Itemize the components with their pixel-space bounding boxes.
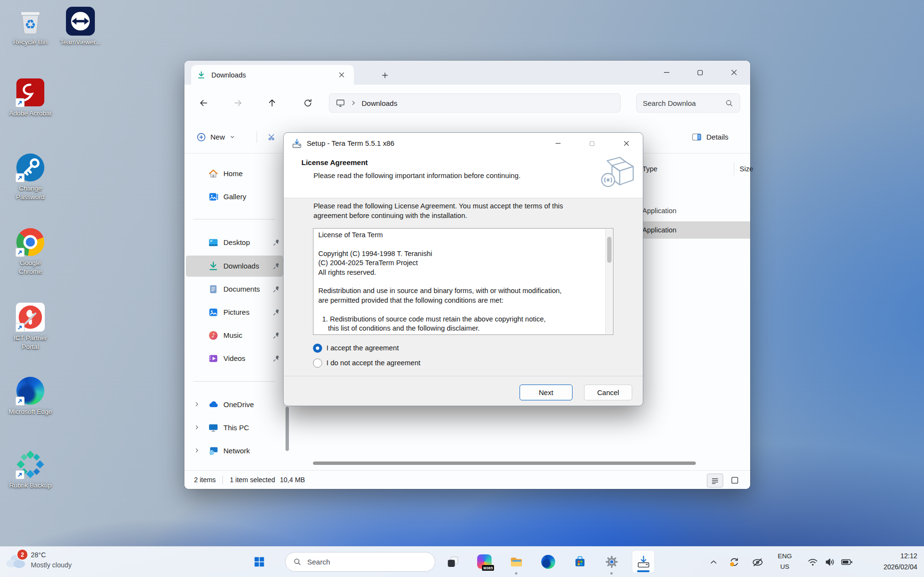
tab-downloads[interactable]: Downloads [191,65,354,85]
forward-icon[interactable] [231,96,245,110]
store-button[interactable] [570,552,589,571]
new-button[interactable]: New [191,128,241,146]
details-pane-button[interactable]: Details [686,128,734,146]
dialog-title: Setup - Tera Term 5.5.1 x86 [307,133,394,154]
license-scrollbar-thumb[interactable] [607,237,612,263]
google-chrome-icon [15,227,46,257]
sidebar-item-gallery[interactable]: Gallery [186,186,283,207]
downloads-icon [208,261,219,271]
this-pc-icon [336,98,345,108]
windows-logo-icon [253,556,265,568]
desktop-icon-adobe-acrobat[interactable]: Adobe Acrobat [4,77,57,118]
sidebar-item-this-pc[interactable]: This PC [186,417,283,438]
sidebar-item-network[interactable]: Network [186,440,283,462]
cancel-button[interactable]: Cancel [584,385,632,400]
sidebar-item-pictures[interactable]: Pictures [186,302,283,323]
wifi-icon[interactable] [805,554,821,570]
window-maximize-button[interactable] [689,61,711,84]
folder-icon [509,555,523,569]
task-view-button[interactable] [443,552,462,571]
desktop-icon-change-password[interactable]: Change Password [4,152,57,201]
cut-button[interactable] [262,128,281,146]
desktop-icon-microsoft-edge[interactable]: Microsoft Edge [4,375,57,416]
next-button[interactable]: Next [520,385,573,400]
chevron-right-icon[interactable] [194,447,200,454]
desktop-icon-label: Rubrik Backup [8,481,52,490]
pin-icon [273,308,280,316]
toolbar-divider [257,131,257,143]
copilot-m365-button[interactable]: M365 [475,552,494,571]
battery-icon[interactable] [839,554,855,570]
thumbnail-view-button[interactable] [727,474,742,487]
taskbar-search-input[interactable]: Search [285,552,435,572]
column-header-type[interactable]: Type [642,163,657,175]
installer-app-button[interactable] [632,550,655,573]
license-text: License of Tera Term Copyright (C) 1994-… [318,231,600,333]
sidebar-item-downloads[interactable]: Downloads [186,256,283,277]
clock-date: 2026/02/04 [884,562,917,573]
running-indicator [611,572,613,575]
clock[interactable]: 12:12 2026/02/04 [884,551,917,573]
sidebar-item-desktop[interactable]: Desktop [186,232,283,253]
desktop-icon-teamviewer[interactable]: TeamViewer... [54,6,107,47]
desktop-icon-ict-partner-portal[interactable]: ICT Partner Portal [4,302,57,351]
shortcut-arrow-icon [15,397,25,406]
license-scrollbar[interactable] [605,229,612,334]
window-close-button[interactable] [723,61,745,84]
new-tab-button[interactable] [378,68,391,82]
file-explorer-button[interactable] [507,552,526,571]
back-icon[interactable] [197,96,210,110]
edge-button[interactable] [538,552,558,571]
chevron-right-icon[interactable] [194,424,200,431]
pictures-icon [208,307,219,318]
details-view-button[interactable] [707,474,723,487]
desktop-icon-rubrik-backup[interactable]: Rubrik Backup [4,449,57,490]
tray-overflow-chevron-icon[interactable] [705,554,722,570]
up-icon[interactable] [265,96,279,110]
volume-icon[interactable] [822,554,838,570]
file-row-type[interactable]: Application [642,202,677,219]
weather-widget[interactable]: 2 28°C Mostly cloudy [5,550,72,570]
adobe-acrobat-icon [15,77,46,108]
desktop-icon-google-chrome[interactable]: Google Chrome [4,227,57,276]
radio-accept-agreement[interactable]: I accept the agreement [313,343,399,353]
tab-close-icon[interactable] [335,68,348,82]
details-pane-label: Details [706,133,729,141]
shortcut-arrow-icon [15,470,25,479]
column-divider[interactable] [734,163,734,175]
sync-status-icon[interactable] [726,554,742,570]
address-bar[interactable]: Downloads [329,93,621,113]
sidebar-item-home[interactable]: Home [186,163,283,184]
desktop-icon [208,237,219,248]
language-indicator[interactable]: ENG US [772,551,797,572]
dialog-close-button[interactable] [615,133,638,154]
file-row-type: Application [642,221,677,239]
dialog-minimize-button[interactable] [547,133,569,154]
sidebar-scrollbar[interactable] [286,407,289,451]
navigation-bar: Downloads Search Downloa [184,85,750,121]
sidebar-item-documents[interactable]: Documents [186,279,283,300]
sidebar-item-music[interactable]: ♪ Music [186,325,283,346]
column-header-size[interactable]: Size [740,163,754,175]
setup-dialog: Setup - Tera Term 5.5.1 x86 License Agre… [283,132,643,406]
privacy-eye-off-icon[interactable] [749,554,766,570]
license-textbox[interactable]: License of Tera Term Copyright (C) 1994-… [313,228,613,335]
search-input[interactable]: Search Downloa [636,93,740,113]
desktop-icon-label: Google Chrome [8,259,52,276]
horizontal-scrollbar[interactable] [313,462,696,465]
dialog-heading: License Agreement [301,158,368,167]
sidebar-item-onedrive[interactable]: OneDrive [186,394,283,415]
desktop-icon-recycle-bin[interactable]: ♻ Recycle Bin [4,6,57,47]
sidebar-item-videos[interactable]: Videos [186,348,283,369]
onedrive-icon [208,399,219,410]
radio-decline-agreement[interactable]: I do not accept the agreement [313,358,420,368]
desktop-icon-label: ICT Partner Portal [8,334,52,351]
start-button[interactable] [249,552,269,571]
window-minimize-button[interactable] [655,61,677,84]
dialog-maximize-button[interactable] [581,133,603,154]
settings-button[interactable] [602,552,621,571]
desktop-icon-label: Microsoft Edge [8,408,52,416]
refresh-icon[interactable] [301,96,314,110]
chevron-right-icon[interactable] [194,401,200,408]
change-password-icon [15,152,46,183]
